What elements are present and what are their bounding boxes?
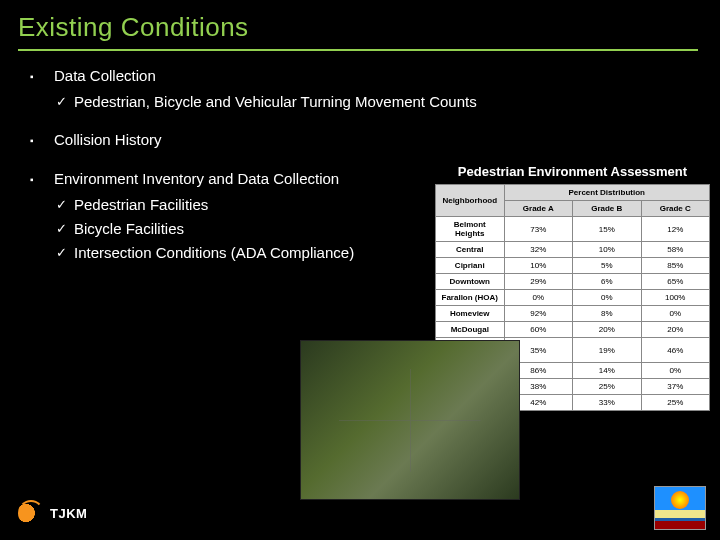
- table-cell: 5%: [573, 258, 642, 274]
- sun-icon: [671, 491, 689, 509]
- table-row: Downtown29%6%65%: [436, 274, 710, 290]
- table-cell: 12%: [641, 217, 710, 242]
- table-row: Central32%10%58%: [436, 242, 710, 258]
- city-of-belmont-logo: [654, 486, 706, 530]
- table-cell: 20%: [573, 322, 642, 338]
- table-row: McDougal60%20%20%: [436, 322, 710, 338]
- table-cell: 92%: [504, 306, 573, 322]
- table-cell: 8%: [573, 306, 642, 322]
- table-cell: 65%: [641, 274, 710, 290]
- table-cell: 46%: [641, 338, 710, 363]
- table-cell: 19%: [573, 338, 642, 363]
- table-cell: 10%: [504, 258, 573, 274]
- table-cell: 37%: [641, 379, 710, 395]
- table-cell: 100%: [641, 290, 710, 306]
- table-heading: Pedestrian Environment Assessment: [435, 164, 710, 179]
- th-neighborhood: Neighborhood: [436, 185, 505, 217]
- slide-title: Existing Conditions: [0, 0, 720, 49]
- table-cell: 33%: [573, 395, 642, 411]
- bullet-collision-history: Collision History: [42, 129, 720, 151]
- title-underline: [18, 49, 698, 51]
- table-cell: 0%: [641, 306, 710, 322]
- tjkm-logo-text: TJKM: [50, 506, 87, 521]
- tjkm-swirl-icon: [18, 500, 44, 526]
- table-cell: Cipriani: [436, 258, 505, 274]
- table-cell: 14%: [573, 363, 642, 379]
- sub-ped-bike-vehicular: Pedestrian, Bicycle and Vehicular Turnin…: [42, 91, 720, 113]
- th-percent-dist: Percent Distribution: [504, 185, 710, 201]
- table-cell: 58%: [641, 242, 710, 258]
- table-cell: 25%: [641, 395, 710, 411]
- table-cell: 0%: [641, 363, 710, 379]
- table-row: Cipriani10%5%85%: [436, 258, 710, 274]
- th-grade-a: Grade A: [504, 201, 573, 217]
- th-grade-c: Grade C: [641, 201, 710, 217]
- table-cell: 85%: [641, 258, 710, 274]
- table-row: Farallon (HOA)0%0%100%: [436, 290, 710, 306]
- table-cell: 10%: [573, 242, 642, 258]
- table-cell: 60%: [504, 322, 573, 338]
- th-grade-b: Grade B: [573, 201, 642, 217]
- table-cell: Central: [436, 242, 505, 258]
- table-cell: Downtown: [436, 274, 505, 290]
- table-cell: Farallon (HOA): [436, 290, 505, 306]
- table-cell: 25%: [573, 379, 642, 395]
- table-cell: 0%: [504, 290, 573, 306]
- table-cell: 6%: [573, 274, 642, 290]
- table-cell: 32%: [504, 242, 573, 258]
- table-cell: McDougal: [436, 322, 505, 338]
- bullet-data-collection: Data Collection: [42, 65, 720, 87]
- table-cell: 20%: [641, 322, 710, 338]
- table-cell: 0%: [573, 290, 642, 306]
- table-cell: 73%: [504, 217, 573, 242]
- table-row: Belmont Heights73%15%12%: [436, 217, 710, 242]
- table-cell: Belmont Heights: [436, 217, 505, 242]
- intersection-aerial-image: [300, 340, 520, 500]
- table-row: Homeview92%8%0%: [436, 306, 710, 322]
- table-cell: 15%: [573, 217, 642, 242]
- tjkm-logo: TJKM: [18, 500, 87, 526]
- table-cell: Homeview: [436, 306, 505, 322]
- table-cell: 29%: [504, 274, 573, 290]
